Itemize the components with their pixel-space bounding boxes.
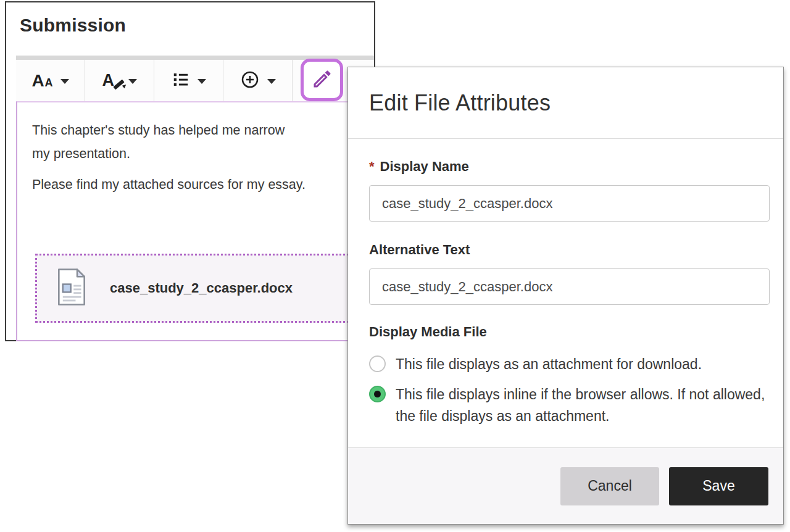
cancel-button[interactable]: Cancel (560, 467, 659, 505)
font-style-icon: AA (31, 71, 52, 91)
editor-paragraph-line: This chapter's study has helped me narro… (32, 118, 373, 142)
radio-unselected-icon[interactable] (369, 355, 386, 372)
font-style-button[interactable]: AA (16, 60, 85, 101)
radio-dot (374, 391, 381, 397)
screen: Submission AA A (0, 0, 790, 532)
edit-attributes-button-active[interactable] (301, 59, 343, 101)
list-button[interactable] (154, 60, 223, 101)
edit-pencil-icon (311, 68, 333, 93)
insert-button[interactable] (223, 60, 293, 101)
editor-paragraph-line: my presentation. (32, 142, 373, 165)
page-title: Submission (20, 15, 126, 36)
modal-body: *Display Name Alternative Text Display M… (348, 139, 783, 427)
attached-file-block[interactable]: case_study_2_ccasper.docx (35, 254, 361, 323)
attached-file-name: case_study_2_ccasper.docx (110, 280, 293, 296)
text-color-icon: A (102, 71, 121, 90)
display-media-file-label: Display Media File (369, 324, 768, 340)
alternative-text-label: Alternative Text (369, 242, 768, 258)
chevron-down-icon (267, 79, 276, 84)
text-color-button[interactable]: A (85, 60, 154, 101)
insert-plus-icon (240, 70, 260, 92)
alternative-text-input[interactable] (369, 268, 770, 305)
edit-file-attributes-modal: Edit File Attributes *Display Name Alter… (347, 67, 784, 525)
radio-option-inline[interactable]: This file displays inline if the browser… (369, 384, 768, 427)
display-name-label: *Display Name (369, 159, 768, 175)
required-asterisk: * (369, 159, 375, 174)
radio-option-label: This file displays as an attachment for … (396, 354, 702, 375)
radio-selected-icon[interactable] (369, 386, 386, 402)
save-button[interactable]: Save (669, 467, 768, 505)
editor-paragraph-line: Please find my attached sources for my e… (32, 173, 373, 196)
modal-header: Edit File Attributes (348, 67, 783, 139)
document-file-icon (56, 268, 88, 309)
chevron-down-icon (60, 79, 69, 84)
chevron-down-icon (198, 79, 206, 84)
submission-panel: Submission AA A (5, 1, 375, 341)
chevron-down-icon (128, 79, 137, 84)
bullet-list-icon (172, 70, 190, 91)
modal-footer: Cancel Save (348, 447, 783, 524)
display-name-input[interactable] (369, 185, 770, 222)
radio-option-attachment[interactable]: This file displays as an attachment for … (369, 354, 768, 375)
radio-option-label: This file displays inline if the browser… (396, 384, 766, 427)
modal-title: Edit File Attributes (369, 90, 551, 116)
